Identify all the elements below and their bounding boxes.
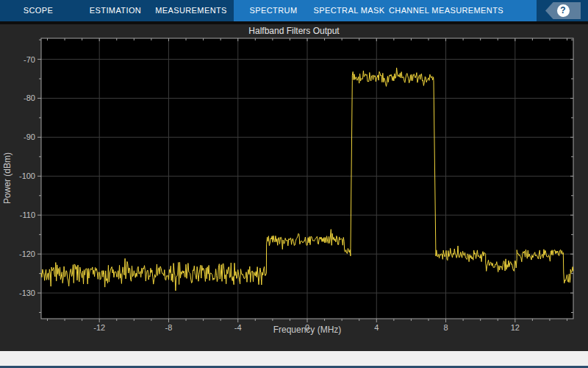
- figure-area: Halfband Filters Output -12-8-404812-70-…: [0, 24, 588, 351]
- x-tick-label: 4: [374, 323, 379, 332]
- help-icon: ?: [557, 4, 570, 17]
- tab-channel-measurements[interactable]: CHANNEL MEASUREMENTS: [389, 0, 503, 21]
- tab-spectral-mask[interactable]: SPECTRAL MASK: [313, 0, 384, 21]
- y-tick-label: -130: [19, 289, 35, 297]
- x-tick-label: -4: [234, 323, 242, 332]
- spectrum-plot[interactable]: -12-8-404812-70-80-90-100-110-120-130 Fr…: [0, 24, 588, 351]
- x-axis-label: Frequency (MHz): [273, 325, 342, 335]
- y-tick-label: -70: [24, 55, 35, 64]
- y-tick-label: -80: [24, 93, 35, 102]
- tab-scope[interactable]: SCOPE: [24, 0, 54, 21]
- y-tick-label: -120: [19, 250, 35, 258]
- tab-measurements[interactable]: MEASUREMENTS: [155, 0, 227, 21]
- x-tick-label: -8: [165, 323, 173, 332]
- x-tick-label: -12: [93, 323, 105, 332]
- y-tick-label: -110: [20, 210, 35, 219]
- y-tick-label: -90: [24, 132, 35, 141]
- status-bar: Processing ΔT=33.3333 us Samples/Update=…: [0, 351, 588, 366]
- x-tick-label: 8: [443, 323, 448, 332]
- y-axis-label: Power (dBm): [2, 152, 12, 204]
- y-tick-label: -100: [19, 171, 35, 180]
- tab-spectrum[interactable]: SPECTRUM: [250, 0, 298, 21]
- tab-estimation[interactable]: ESTIMATION: [90, 0, 141, 21]
- help-button[interactable]: ?: [545, 2, 581, 19]
- toolstrip-tabbar: SCOPE ESTIMATION MEASUREMENTS SPECTRUM S…: [0, 0, 588, 21]
- x-tick-label: 12: [511, 323, 520, 332]
- spectrum-analyzer-window: SCOPE ESTIMATION MEASUREMENTS SPECTRUM S…: [0, 0, 588, 368]
